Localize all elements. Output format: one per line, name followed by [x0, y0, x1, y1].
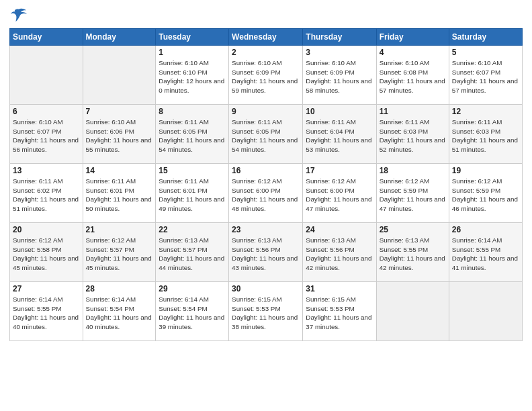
- calendar-cell: [449, 282, 522, 341]
- day-number: 22: [159, 225, 226, 234]
- day-number: 8: [159, 107, 226, 116]
- calendar-cell: [83, 46, 156, 105]
- day-info: Sunrise: 6:14 AM Sunset: 5:55 PM Dayligh…: [452, 236, 519, 273]
- day-number: 30: [232, 284, 300, 293]
- calendar-cell: 19Sunrise: 6:12 AM Sunset: 5:59 PM Dayli…: [449, 164, 522, 223]
- day-info: Sunrise: 6:11 AM Sunset: 6:01 PM Dayligh…: [159, 177, 226, 214]
- day-info: Sunrise: 6:13 AM Sunset: 5:56 PM Dayligh…: [232, 236, 300, 273]
- day-number: 27: [13, 284, 80, 293]
- day-info: Sunrise: 6:14 AM Sunset: 5:55 PM Dayligh…: [13, 295, 80, 332]
- calendar-cell: 28Sunrise: 6:14 AM Sunset: 5:54 PM Dayli…: [83, 282, 156, 341]
- header: [9, 7, 523, 23]
- day-number: 12: [452, 107, 519, 116]
- day-number: 14: [86, 166, 153, 175]
- calendar-cell: 12Sunrise: 6:11 AM Sunset: 6:03 PM Dayli…: [449, 105, 522, 164]
- calendar-cell: 25Sunrise: 6:13 AM Sunset: 5:55 PM Dayli…: [376, 223, 449, 282]
- day-number: 19: [452, 166, 519, 175]
- day-info: Sunrise: 6:10 AM Sunset: 6:07 PM Dayligh…: [13, 118, 80, 154]
- calendar-body: 1Sunrise: 6:10 AM Sunset: 6:10 PM Daylig…: [10, 46, 523, 341]
- calendar-cell: 26Sunrise: 6:14 AM Sunset: 5:55 PM Dayli…: [449, 223, 522, 282]
- day-number: 17: [306, 166, 373, 175]
- calendar-cell: 6Sunrise: 6:10 AM Sunset: 6:07 PM Daylig…: [10, 105, 83, 164]
- day-info: Sunrise: 6:12 AM Sunset: 5:59 PM Dayligh…: [452, 177, 519, 214]
- day-number: 25: [380, 225, 446, 234]
- calendar-cell: 13Sunrise: 6:11 AM Sunset: 6:02 PM Dayli…: [10, 164, 83, 223]
- calendar-cell: 5Sunrise: 6:10 AM Sunset: 6:07 PM Daylig…: [449, 46, 522, 105]
- day-number: 28: [86, 284, 153, 293]
- day-info: Sunrise: 6:12 AM Sunset: 5:59 PM Dayligh…: [380, 177, 446, 214]
- day-number: 13: [13, 166, 80, 175]
- day-info: Sunrise: 6:15 AM Sunset: 5:53 PM Dayligh…: [306, 295, 373, 332]
- calendar-cell: 31Sunrise: 6:15 AM Sunset: 5:53 PM Dayli…: [303, 282, 376, 341]
- day-number: 23: [232, 225, 300, 234]
- day-info: Sunrise: 6:10 AM Sunset: 6:10 PM Dayligh…: [159, 58, 226, 95]
- day-info: Sunrise: 6:11 AM Sunset: 6:03 PM Dayligh…: [380, 118, 446, 154]
- calendar-cell: 29Sunrise: 6:14 AM Sunset: 5:54 PM Dayli…: [156, 282, 229, 341]
- calendar-cell: 27Sunrise: 6:14 AM Sunset: 5:55 PM Dayli…: [10, 282, 83, 341]
- calendar-cell: 11Sunrise: 6:11 AM Sunset: 6:03 PM Dayli…: [376, 105, 449, 164]
- calendar-cell: 8Sunrise: 6:11 AM Sunset: 6:05 PM Daylig…: [156, 105, 229, 164]
- calendar-cell: 21Sunrise: 6:12 AM Sunset: 5:57 PM Dayli…: [83, 223, 156, 282]
- calendar-cell: 24Sunrise: 6:13 AM Sunset: 5:56 PM Dayli…: [303, 223, 376, 282]
- day-number: 24: [306, 225, 373, 234]
- calendar-cell: 16Sunrise: 6:12 AM Sunset: 6:00 PM Dayli…: [229, 164, 303, 223]
- day-info: Sunrise: 6:10 AM Sunset: 6:07 PM Dayligh…: [452, 58, 519, 95]
- day-number: 2: [232, 48, 300, 57]
- calendar-cell: 2Sunrise: 6:10 AM Sunset: 6:09 PM Daylig…: [229, 46, 303, 105]
- calendar-cell: 10Sunrise: 6:11 AM Sunset: 6:04 PM Dayli…: [303, 105, 376, 164]
- day-info: Sunrise: 6:11 AM Sunset: 6:04 PM Dayligh…: [306, 118, 373, 154]
- calendar-cell: 14Sunrise: 6:11 AM Sunset: 6:01 PM Dayli…: [83, 164, 156, 223]
- day-number: 26: [452, 225, 519, 234]
- weekday-header-saturday: Saturday: [449, 29, 522, 46]
- day-info: Sunrise: 6:14 AM Sunset: 5:54 PM Dayligh…: [86, 295, 153, 332]
- calendar-week-3: 13Sunrise: 6:11 AM Sunset: 6:02 PM Dayli…: [10, 164, 523, 223]
- day-info: Sunrise: 6:12 AM Sunset: 6:00 PM Dayligh…: [306, 177, 373, 214]
- day-info: Sunrise: 6:11 AM Sunset: 6:02 PM Dayligh…: [13, 177, 80, 214]
- calendar-cell: 7Sunrise: 6:10 AM Sunset: 6:06 PM Daylig…: [83, 105, 156, 164]
- calendar-cell: 30Sunrise: 6:15 AM Sunset: 5:53 PM Dayli…: [229, 282, 303, 341]
- calendar-cell: 9Sunrise: 6:11 AM Sunset: 6:05 PM Daylig…: [229, 105, 303, 164]
- calendar-cell: 1Sunrise: 6:10 AM Sunset: 6:10 PM Daylig…: [156, 46, 229, 105]
- calendar-cell: 18Sunrise: 6:12 AM Sunset: 5:59 PM Dayli…: [376, 164, 449, 223]
- calendar-week-1: 1Sunrise: 6:10 AM Sunset: 6:10 PM Daylig…: [10, 46, 523, 105]
- calendar-cell: 22Sunrise: 6:13 AM Sunset: 5:57 PM Dayli…: [156, 223, 229, 282]
- calendar-week-2: 6Sunrise: 6:10 AM Sunset: 6:07 PM Daylig…: [10, 105, 523, 164]
- day-info: Sunrise: 6:13 AM Sunset: 5:57 PM Dayligh…: [159, 236, 226, 273]
- calendar-cell: 17Sunrise: 6:12 AM Sunset: 6:00 PM Dayli…: [303, 164, 376, 223]
- day-number: 3: [306, 48, 373, 57]
- day-number: 31: [306, 284, 373, 293]
- weekday-header-sunday: Sunday: [10, 29, 83, 46]
- day-number: 10: [306, 107, 373, 116]
- day-number: 16: [232, 166, 300, 175]
- day-info: Sunrise: 6:11 AM Sunset: 6:05 PM Dayligh…: [232, 118, 300, 154]
- day-info: Sunrise: 6:11 AM Sunset: 6:01 PM Dayligh…: [86, 177, 153, 214]
- day-number: 7: [86, 107, 153, 116]
- calendar-header: SundayMondayTuesdayWednesdayThursdayFrid…: [10, 29, 523, 46]
- calendar-cell: [376, 282, 449, 341]
- day-info: Sunrise: 6:10 AM Sunset: 6:06 PM Dayligh…: [86, 118, 153, 154]
- calendar-page: SundayMondayTuesdayWednesdayThursdayFrid…: [0, 0, 532, 411]
- calendar-week-4: 20Sunrise: 6:12 AM Sunset: 5:58 PM Dayli…: [10, 223, 523, 282]
- day-number: 5: [452, 48, 519, 57]
- day-info: Sunrise: 6:10 AM Sunset: 6:09 PM Dayligh…: [232, 58, 300, 95]
- day-number: 4: [380, 48, 446, 57]
- calendar-cell: 15Sunrise: 6:11 AM Sunset: 6:01 PM Dayli…: [156, 164, 229, 223]
- day-number: 21: [86, 225, 153, 234]
- logo: [9, 7, 31, 23]
- calendar-cell: 20Sunrise: 6:12 AM Sunset: 5:58 PM Dayli…: [10, 223, 83, 282]
- day-number: 1: [159, 48, 226, 57]
- day-info: Sunrise: 6:12 AM Sunset: 5:58 PM Dayligh…: [13, 236, 80, 273]
- day-info: Sunrise: 6:15 AM Sunset: 5:53 PM Dayligh…: [232, 295, 300, 332]
- day-number: 6: [13, 107, 80, 116]
- day-number: 9: [232, 107, 300, 116]
- day-number: 20: [13, 225, 80, 234]
- weekday-header-friday: Friday: [376, 29, 449, 46]
- day-info: Sunrise: 6:13 AM Sunset: 5:56 PM Dayligh…: [306, 236, 373, 273]
- calendar-cell: 4Sunrise: 6:10 AM Sunset: 6:08 PM Daylig…: [376, 46, 449, 105]
- calendar-table: SundayMondayTuesdayWednesdayThursdayFrid…: [9, 28, 523, 341]
- day-info: Sunrise: 6:10 AM Sunset: 6:09 PM Dayligh…: [306, 58, 373, 95]
- day-number: 11: [380, 107, 446, 116]
- day-info: Sunrise: 6:14 AM Sunset: 5:54 PM Dayligh…: [159, 295, 226, 332]
- weekday-header-thursday: Thursday: [303, 29, 376, 46]
- day-info: Sunrise: 6:11 AM Sunset: 6:03 PM Dayligh…: [452, 118, 519, 154]
